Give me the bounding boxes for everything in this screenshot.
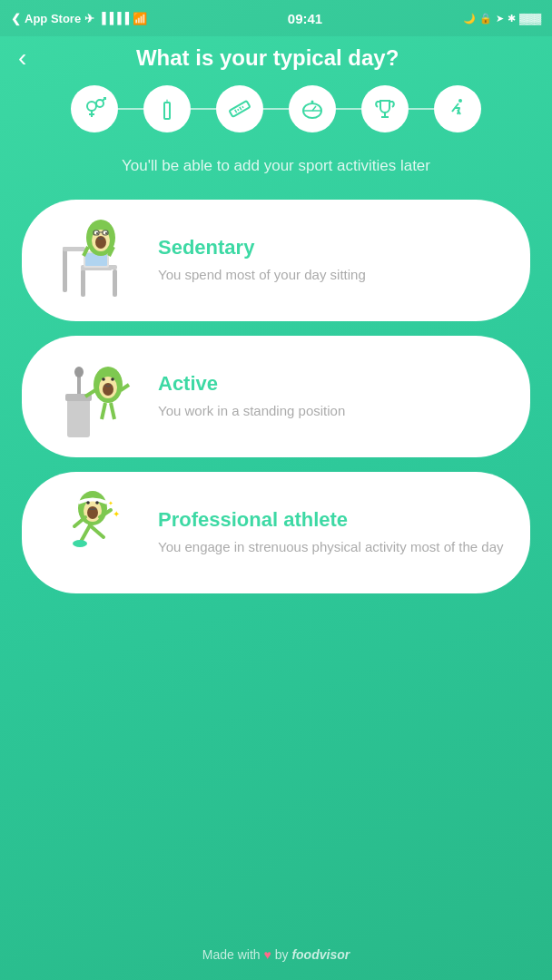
svg-line-52 — [102, 403, 105, 419]
step-line-3 — [263, 108, 289, 110]
svg-point-35 — [105, 232, 107, 234]
active-title: Active — [158, 372, 512, 396]
svg-rect-7 — [164, 103, 170, 119]
active-desc: You work in a standing position — [158, 401, 512, 420]
progress-steps — [0, 85, 552, 151]
page-title: What is your typical day? — [26, 45, 508, 71]
active-text: Active You work in a standing position — [158, 372, 512, 420]
svg-point-48 — [102, 377, 105, 381]
footer: Made with ♥ by foodvisor — [184, 920, 368, 980]
carrier-text: App Store — [25, 12, 81, 25]
svg-point-3 — [96, 100, 104, 107]
option-active[interactable]: Active You work in a standing position — [22, 336, 530, 457]
sedentary-desc: You spend most of your day sitting — [158, 265, 512, 284]
footer-by: by — [275, 947, 289, 962]
footer-heart: ♥ — [264, 947, 271, 962]
professional-title: Professional athlete — [158, 508, 512, 532]
step-line-5 — [409, 108, 434, 110]
svg-point-44 — [74, 367, 84, 377]
svg-point-58 — [95, 501, 99, 505]
active-illustration — [31, 347, 149, 446]
back-chevron-icon: ❮ — [11, 12, 21, 25]
sedentary-text: Sedentary You spend most of your day sit… — [158, 236, 512, 284]
svg-rect-25 — [63, 247, 85, 251]
svg-rect-22 — [81, 270, 85, 297]
step-activity — [434, 85, 481, 132]
professional-text: Professional athlete You engage in stren… — [158, 508, 512, 556]
step-line-2 — [191, 108, 216, 110]
step-measure — [216, 85, 263, 132]
signal-icon: ▐▐▐▐ — [98, 12, 129, 24]
sedentary-title: Sedentary — [158, 236, 512, 260]
professional-desc: You engage in strenuous physical activit… — [158, 537, 512, 556]
svg-point-65 — [73, 540, 87, 547]
footer-brand: foodvisor — [291, 947, 350, 962]
step-scale — [289, 85, 336, 132]
svg-rect-41 — [67, 397, 90, 437]
footer-made-with: Made with — [202, 947, 261, 962]
svg-point-49 — [111, 377, 114, 381]
status-bar: ❮ App Store ✈ ▐▐▐▐ 📶 09:41 🌙 🔒 ➤ ✱ ▓▓▓ — [0, 0, 552, 36]
header: ‹ What is your typical day? — [0, 36, 552, 85]
step-line-1 — [118, 108, 143, 110]
status-time: 09:41 — [147, 11, 463, 26]
svg-text:✦: ✦ — [113, 509, 120, 519]
status-right: 🌙 🔒 ➤ ✱ ▓▓▓ — [463, 13, 541, 24]
svg-rect-28 — [81, 268, 112, 270]
airplane-icon: ✈ — [84, 12, 94, 25]
status-left: ❮ App Store ✈ ▐▐▐▐ 📶 — [11, 12, 147, 25]
svg-point-47 — [103, 383, 113, 396]
step-trophy — [361, 85, 409, 132]
sedentary-illustration — [31, 211, 149, 310]
subtitle-text: You'll be able to add your sport activit… — [85, 151, 467, 200]
professional-illustration: ✦ ✦ — [31, 483, 149, 583]
lock-icon: 🔒 — [479, 13, 492, 24]
option-professional[interactable]: ✦ ✦ Professional athlete You engage in s… — [22, 472, 530, 593]
svg-point-16 — [311, 101, 314, 103]
svg-line-9 — [235, 110, 237, 113]
svg-point-20 — [458, 99, 462, 103]
step-line-4 — [336, 108, 361, 110]
step-height — [143, 85, 191, 132]
battery-icon: ▓▓▓ — [519, 13, 541, 24]
svg-text:✦: ✦ — [108, 500, 113, 506]
svg-line-62 — [90, 525, 104, 537]
wifi-icon: 📶 — [133, 12, 147, 25]
svg-line-61 — [81, 525, 90, 542]
moon-icon: 🌙 — [463, 13, 476, 24]
svg-point-31 — [95, 236, 106, 249]
svg-line-11 — [240, 107, 242, 110]
svg-point-0 — [87, 102, 96, 111]
svg-rect-24 — [63, 247, 67, 292]
bluetooth-icon: ✱ — [508, 13, 516, 24]
back-button[interactable]: ‹ — [18, 45, 26, 71]
location-icon: ➤ — [496, 13, 504, 24]
svg-line-10 — [238, 109, 239, 111]
svg-point-57 — [86, 501, 90, 505]
svg-line-12 — [242, 106, 243, 108]
svg-point-34 — [96, 232, 98, 234]
svg-point-56 — [87, 506, 98, 519]
step-gender — [71, 85, 118, 132]
svg-rect-8 — [229, 101, 250, 117]
option-sedentary[interactable]: Sedentary You spend most of your day sit… — [22, 200, 530, 321]
options-list: Sedentary You spend most of your day sit… — [0, 200, 552, 593]
svg-rect-23 — [113, 270, 117, 297]
svg-line-53 — [111, 403, 114, 419]
